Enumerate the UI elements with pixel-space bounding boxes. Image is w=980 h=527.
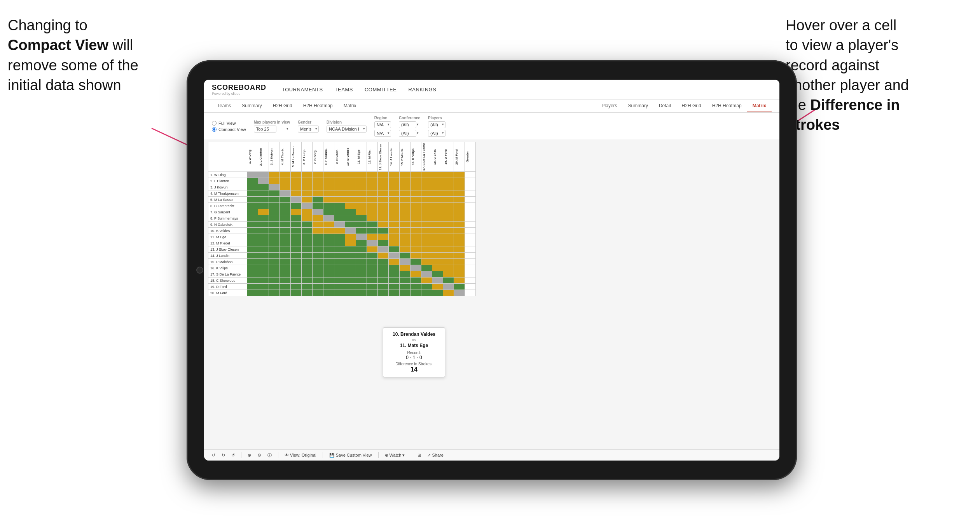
cell-4-19[interactable]: [454, 197, 465, 203]
cell-3-20[interactable]: [465, 190, 476, 197]
cell-18-6[interactable]: [313, 284, 323, 290]
cell-2-16[interactable]: [421, 184, 432, 190]
cell-8-12[interactable]: [378, 222, 389, 228]
cell-2-6[interactable]: [313, 184, 323, 190]
cell-18-10[interactable]: [356, 284, 367, 290]
cell-15-8[interactable]: [334, 265, 345, 271]
cell-14-11[interactable]: [367, 259, 378, 265]
cell-2-20[interactable]: [465, 184, 476, 190]
cell-0-18[interactable]: [443, 172, 454, 178]
cell-15-2[interactable]: [269, 265, 280, 271]
cell-17-18[interactable]: [443, 277, 454, 284]
cell-17-12[interactable]: [378, 277, 389, 284]
cell-7-12[interactable]: [378, 215, 389, 222]
cell-18-19[interactable]: [454, 284, 465, 290]
cell-12-20[interactable]: [465, 246, 476, 253]
cell-17-9[interactable]: [345, 277, 356, 284]
cell-14-14[interactable]: [400, 259, 411, 265]
nav-tournaments[interactable]: TOURNAMENTS: [282, 87, 323, 92]
cell-8-9[interactable]: [345, 222, 356, 228]
cell-3-4[interactable]: [291, 190, 302, 197]
cell-5-10[interactable]: [356, 203, 367, 209]
cell-1-14[interactable]: [400, 178, 411, 184]
cell-12-9[interactable]: [345, 246, 356, 253]
cell-19-15[interactable]: [411, 290, 421, 296]
cell-14-9[interactable]: [345, 259, 356, 265]
cell-13-3[interactable]: [280, 253, 291, 259]
cell-18-0[interactable]: [247, 284, 258, 290]
cell-11-1[interactable]: [258, 240, 269, 246]
cell-4-8[interactable]: [334, 197, 345, 203]
cell-11-18[interactable]: [443, 240, 454, 246]
cell-10-18[interactable]: [443, 234, 454, 240]
cell-16-17[interactable]: [432, 271, 443, 277]
nav-rankings[interactable]: RANKINGS: [408, 87, 436, 92]
cell-17-5[interactable]: [302, 277, 313, 284]
cell-7-14[interactable]: [400, 215, 411, 222]
cell-9-6[interactable]: [313, 228, 323, 234]
cell-5-18[interactable]: [443, 203, 454, 209]
cell-7-2[interactable]: [269, 215, 280, 222]
cell-16-16[interactable]: [421, 271, 432, 277]
cell-19-0[interactable]: [247, 290, 258, 296]
cell-16-2[interactable]: [269, 271, 280, 277]
cell-9-20[interactable]: [465, 228, 476, 234]
cell-12-13[interactable]: [389, 246, 400, 253]
cell-1-2[interactable]: [269, 178, 280, 184]
cell-8-2[interactable]: [269, 222, 280, 228]
cell-7-5[interactable]: [302, 215, 313, 222]
cell-5-19[interactable]: [454, 203, 465, 209]
cell-9-5[interactable]: [302, 228, 313, 234]
cell-0-10[interactable]: [356, 172, 367, 178]
cell-12-12[interactable]: [378, 246, 389, 253]
nav-teams[interactable]: TEAMS: [335, 87, 353, 92]
cell-2-12[interactable]: [378, 184, 389, 190]
cell-7-1[interactable]: [258, 215, 269, 222]
cell-2-14[interactable]: [400, 184, 411, 190]
cell-11-8[interactable]: [334, 240, 345, 246]
cell-0-15[interactable]: [411, 172, 421, 178]
cell-2-4[interactable]: [291, 184, 302, 190]
cell-1-13[interactable]: [389, 178, 400, 184]
cell-17-1[interactable]: [258, 277, 269, 284]
cell-10-2[interactable]: [269, 234, 280, 240]
cell-0-1[interactable]: [258, 172, 269, 178]
cell-14-16[interactable]: [421, 259, 432, 265]
tab-summary[interactable]: Summary: [236, 100, 267, 112]
cell-1-17[interactable]: [432, 178, 443, 184]
cell-15-17[interactable]: [432, 265, 443, 271]
cell-10-20[interactable]: [465, 234, 476, 240]
cell-9-12[interactable]: [378, 228, 389, 234]
cell-16-20[interactable]: [465, 271, 476, 277]
cell-1-12[interactable]: [378, 178, 389, 184]
cell-6-0[interactable]: [247, 209, 258, 215]
cell-10-8[interactable]: [334, 234, 345, 240]
cell-5-16[interactable]: [421, 203, 432, 209]
cell-18-20[interactable]: [465, 284, 476, 290]
cell-9-17[interactable]: [432, 228, 443, 234]
cell-1-7[interactable]: [323, 178, 334, 184]
cell-19-2[interactable]: [269, 290, 280, 296]
max-players-select-wrap[interactable]: Top 25: [254, 125, 290, 132]
cell-8-3[interactable]: [280, 222, 291, 228]
cell-6-7[interactable]: [323, 209, 334, 215]
radio-compact-view[interactable]: Compact View: [212, 127, 246, 132]
cell-7-13[interactable]: [389, 215, 400, 222]
cell-13-8[interactable]: [334, 253, 345, 259]
cell-2-0[interactable]: [247, 184, 258, 190]
cell-18-5[interactable]: [302, 284, 313, 290]
cell-1-9[interactable]: [345, 178, 356, 184]
cell-0-13[interactable]: [389, 172, 400, 178]
players-select-wrap[interactable]: (All): [428, 121, 445, 128]
cell-6-10[interactable]: [356, 209, 367, 215]
cell-2-13[interactable]: [389, 184, 400, 190]
watch-btn[interactable]: ⊕ Watch ▾: [385, 453, 405, 458]
cell-14-13[interactable]: [389, 259, 400, 265]
cell-4-11[interactable]: [367, 197, 378, 203]
cell-5-6[interactable]: [313, 203, 323, 209]
cell-18-3[interactable]: [280, 284, 291, 290]
cell-1-10[interactable]: [356, 178, 367, 184]
cell-2-11[interactable]: [367, 184, 378, 190]
cell-7-16[interactable]: [421, 215, 432, 222]
cell-17-7[interactable]: [323, 277, 334, 284]
